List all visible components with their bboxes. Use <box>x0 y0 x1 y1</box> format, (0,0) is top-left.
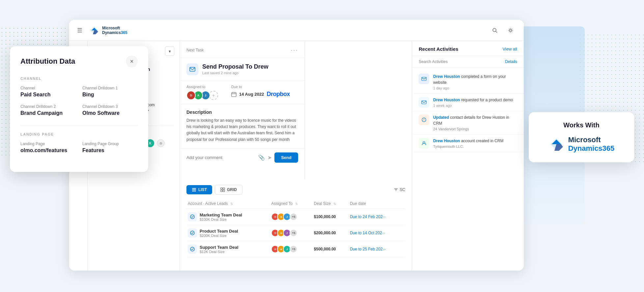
activity-content-3: Drew Houston account created in CRM Tyri… <box>433 138 517 148</box>
drilldown1-value: Bing <box>82 92 138 98</box>
task-comment-area: 📎 ➤ Send <box>180 148 305 167</box>
send-icon-small[interactable]: ➤ <box>267 154 272 161</box>
hamburger-icon[interactable]: ☰ <box>77 27 82 34</box>
task-last-saved: Last saved 2 mins ago <box>202 71 268 75</box>
task-title-section: Send Proposal To Drew Last saved 2 mins … <box>180 58 305 81</box>
task-meta: Assigned to D A J + <box>180 81 305 104</box>
drilldown1-label: Channel Drilldown 1 <box>82 86 138 90</box>
works-with-logo: Microsoft Dynamics365 <box>539 136 624 153</box>
details-link[interactable]: Details <box>505 59 517 64</box>
add-assignee-button[interactable]: + <box>209 91 218 100</box>
logo-area: Microsoft Dynamics365 <box>89 25 127 36</box>
list-item[interactable]: Updated contact details for Drew Huston … <box>412 111 524 135</box>
attachment-icon[interactable]: 📎 <box>258 154 265 161</box>
sort-deal-icon: ⇅ <box>333 202 336 206</box>
search-button[interactable] <box>490 25 500 36</box>
list-item[interactable]: Drew Houston completed a form on your we… <box>412 70 524 94</box>
activity-content-0: Drew Houston completed a form on your we… <box>433 74 517 90</box>
deal-name-0: Marketing Team Deal <box>200 212 242 217</box>
col-deal-size[interactable]: Deal Size ⇅ <box>313 199 349 209</box>
search-activities-label: Search Activities <box>419 59 448 64</box>
deal-amount-0: $100,000.00 <box>314 214 336 219</box>
collapse-contact-button[interactable]: ▾ <box>165 47 174 56</box>
attr-channel-section: CHANNEL <box>20 77 138 81</box>
attr-close-button[interactable]: × <box>126 55 138 67</box>
works-with-title: Works With <box>539 121 624 129</box>
activity-icon-1 <box>419 97 429 108</box>
grid-tab-label: GRID <box>227 187 237 192</box>
due-date-text: 14 Aug 2022 <box>239 92 264 97</box>
comment-input[interactable] <box>186 155 256 160</box>
task-and-leads-column: Next Task ··· Send Proposal To Drew La <box>180 41 412 271</box>
send-comment-button[interactable]: Send <box>274 152 298 163</box>
works-with-panel: Works With Microsoft Dynamics365 <box>529 112 634 162</box>
activity-link-3[interactable]: Drew Houston <box>433 139 460 143</box>
drilldown2-label: Channel Drilldown 2 <box>20 104 76 109</box>
table-row[interactable]: Product Team Deal $200K Deal Size D A J … <box>186 225 405 241</box>
comment-actions: 📎 ➤ Send <box>258 152 298 163</box>
table-row[interactable]: Marketing Team Deal $100K Deal Size D A … <box>186 209 405 225</box>
attr-title: Attribution Data <box>20 57 75 66</box>
task-icon-row: Send Proposal To Drew Last saved 2 mins … <box>186 63 298 75</box>
settings-button[interactable] <box>505 25 516 36</box>
add-contact-icon[interactable]: ⚙ <box>157 139 165 147</box>
activity-content-1: Drew Houston requested for a product dem… <box>433 97 517 108</box>
activity-icon-2 <box>419 114 429 125</box>
activity-content-2: Updated contact details for Drew Huston … <box>433 114 517 131</box>
task-section-label: Next Task <box>186 48 204 52</box>
channel-value: Paid Search <box>20 92 76 98</box>
attr-header: Attribution Data × <box>20 55 138 67</box>
assignee-1: D <box>186 91 196 100</box>
list-item[interactable]: Drew Houston requested for a product dem… <box>412 94 524 111</box>
svg-line-4 <box>496 31 497 33</box>
activity-link-2[interactable]: Updated <box>433 115 449 120</box>
activities-panel: Recent Activities View all Search Activi… <box>412 41 524 271</box>
list-item[interactable]: Drew Houston account created in CRM Tyri… <box>412 135 524 152</box>
svg-rect-21 <box>192 189 196 190</box>
grid-tab-button[interactable]: GRID <box>215 185 242 195</box>
assignee-stack-0: D A J +5 <box>271 213 311 221</box>
ms-dynamics-logo-icon <box>89 25 99 36</box>
svg-rect-34 <box>422 101 426 104</box>
view-all-button[interactable]: View all <box>502 47 517 51</box>
channel-label: Channel <box>20 86 76 90</box>
landing-group-value: Features <box>82 147 138 153</box>
due-date-2: Due to 25 Feb 202··· <box>350 247 386 251</box>
sort-assigned-icon: ⇅ <box>295 202 298 206</box>
search-activities-bar: Search Activities Details <box>412 56 524 68</box>
attr-channel-grid: Channel Paid Search Channel Drilldown 1 … <box>20 86 138 116</box>
landing-group-label: Landing Page Group <box>82 142 138 146</box>
landing-page-label: Landing Page <box>20 142 76 146</box>
activity-sub-2: 24 Vandervort Springs <box>433 127 517 131</box>
leads-header: LIST GRID SC <box>186 179 405 199</box>
svg-point-3 <box>493 28 496 32</box>
activity-list: Drew Houston completed a form on your we… <box>412 68 524 155</box>
right-top: Next Task ··· Send Proposal To Drew La <box>180 41 524 271</box>
sort-filter-button[interactable]: SC <box>394 187 405 192</box>
activity-link-0[interactable]: Drew Houston <box>433 74 460 79</box>
svg-rect-15 <box>190 67 195 71</box>
assignee-stack-2: D A J +5 <box>271 245 311 253</box>
sort-account-icon: ⇅ <box>230 202 233 206</box>
svg-rect-16 <box>232 92 236 97</box>
sa-plus: +5 <box>290 229 297 237</box>
list-tab-button[interactable]: LIST <box>186 185 212 194</box>
attr-landing-grid: Landing Page olmo.com/features Landing P… <box>20 142 138 153</box>
task-menu-icon[interactable]: ··· <box>291 46 298 54</box>
activity-link-1[interactable]: Drew Houston <box>433 98 460 102</box>
svg-rect-25 <box>221 190 222 192</box>
deal-size-sub-0: $100K Deal Size <box>200 217 242 221</box>
deal-size-sub-1: $200K Deal Size <box>200 234 238 238</box>
col-account[interactable]: Account · Active Leads ⇅ <box>186 199 270 209</box>
table-row[interactable]: Support Team Deal $12K Deal Size D A J +… <box>186 241 405 257</box>
activity-icon-0 <box>419 74 429 84</box>
deal-name-2: Support Team Deal <box>200 245 238 250</box>
activities-title: Recent Activities <box>419 46 458 52</box>
leads-panel: LIST GRID SC <box>180 179 412 257</box>
attr-divider <box>20 125 138 126</box>
activity-sub-3: Tyriquemouth LLC. <box>433 145 517 148</box>
col-due-date[interactable]: Due date <box>349 199 405 209</box>
top-bar: ☰ Microsoft Dynamics365 <box>69 20 524 41</box>
col-assigned[interactable]: Assigned To ⇅ <box>270 199 313 209</box>
list-tab-label: LIST <box>198 187 207 192</box>
